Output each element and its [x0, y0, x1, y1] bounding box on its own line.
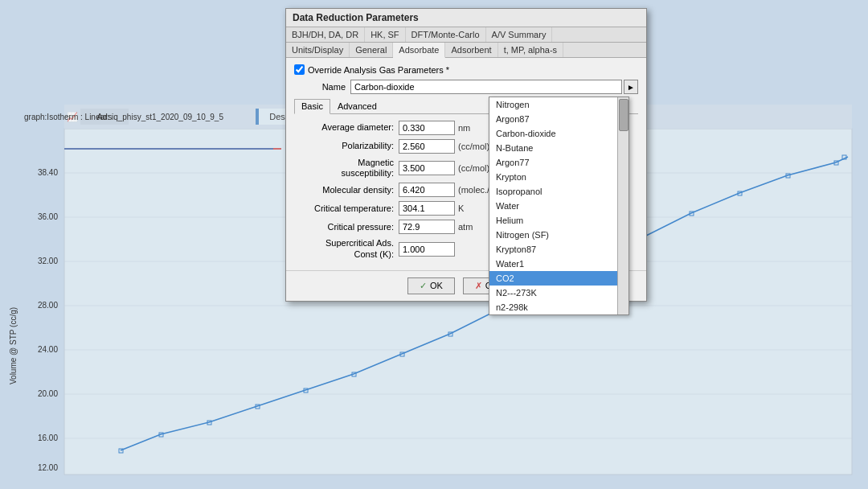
dropdown-item-argon77[interactable]: Argon77 [489, 155, 628, 170]
dropdown-item-helium[interactable]: Helium [489, 213, 628, 228]
svg-text:Volume @ STP (cc/g): Volume @ STP (cc/g) [9, 307, 18, 384]
param-unit-critpres: atm [458, 222, 473, 232]
scrollbar-thumb [619, 99, 628, 131]
dropdown-item-n2298k[interactable]: n2-298k [489, 300, 628, 314]
override-label: Override Analysis Gas Parameters * [308, 65, 449, 75]
dropdown-item-nitrogensf[interactable]: Nitrogen (SF) [489, 228, 628, 242]
tab-dft[interactable]: DFT/Monte-Carlo [406, 27, 486, 42]
tab-units[interactable]: Units/Display [286, 43, 350, 57]
name-label: Name [294, 82, 350, 92]
dialog-title: Data Reduction Parameters [293, 12, 419, 23]
dropdown-item-n2273k[interactable]: N2---273K [489, 286, 628, 300]
param-input-crittemp[interactable] [399, 201, 455, 216]
name-row: Name ► [294, 80, 638, 94]
dialog-tabs-row2: Units/Display General Adsorbate Adsorben… [286, 43, 646, 58]
dialog-tabs-row1: BJH/DH, DA, DR HK, SF DFT/Monte-Carlo A/… [286, 27, 646, 43]
override-checkbox[interactable] [294, 64, 305, 75]
param-label-magsus: Magneticsusceptibility: [294, 158, 399, 179]
override-row: Override Analysis Gas Parameters * [294, 64, 638, 75]
param-unit-avgdiam: nm [458, 123, 470, 133]
ok-icon: ✓ [420, 281, 427, 291]
tab-bjh[interactable]: BJH/DH, DA, DR [286, 27, 365, 42]
svg-rect-43 [256, 109, 259, 125]
param-unit-crittemp: K [458, 203, 464, 213]
ok-label: OK [430, 281, 443, 290]
dropdown-item-nbutane[interactable]: N-Butane [489, 141, 628, 155]
svg-text:20.00: 20.00 [38, 389, 58, 398]
subtab-advanced[interactable]: Advanced [330, 99, 384, 113]
dropdown-item-krypton87[interactable]: Krypton87 [489, 242, 628, 257]
svg-text:12.00: 12.00 [38, 463, 58, 472]
tab-tmp[interactable]: t, MP, alpha-s [498, 43, 563, 57]
svg-text:38.40: 38.40 [38, 168, 58, 177]
svg-text:32.00: 32.00 [38, 257, 58, 265]
param-label-polar: Polarizability: [294, 141, 399, 151]
dropdown-item-krypton[interactable]: Krypton [489, 170, 628, 184]
dropdown-item-carbondio[interactable]: Carbon-dioxide [489, 126, 628, 141]
dropdown-item-nitrogen[interactable]: Nitrogen [489, 97, 628, 112]
dropdown-item-isopropanol[interactable]: Isopropanol [489, 184, 628, 199]
param-input-moldensity[interactable] [399, 183, 455, 197]
dialog-titlebar: Data Reduction Parameters [286, 9, 646, 27]
svg-text:Des: Des [269, 112, 285, 121]
svg-text:graph:Isotherm : Linear: iq_ph: graph:Isotherm : Linear: iq_phisy_st1_20… [24, 113, 223, 121]
param-label-crittemp: Critical temperature: [294, 203, 399, 214]
subtab-basic[interactable]: Basic [294, 99, 330, 114]
param-label-moldensity: Molecular density: [294, 185, 399, 195]
dropdown-item-water1[interactable]: Water1 [489, 257, 628, 271]
svg-text:28.00: 28.00 [38, 301, 58, 310]
cancel-icon: ✗ [475, 281, 482, 291]
dropdown-item-argon87[interactable]: Argon87 [489, 112, 628, 126]
svg-text:36.00: 36.00 [38, 212, 58, 221]
name-input[interactable] [350, 80, 622, 94]
ok-button[interactable]: ✓ OK [407, 277, 455, 294]
param-input-polar[interactable] [399, 139, 455, 154]
tab-hk[interactable]: HK, SF [365, 27, 405, 42]
svg-text:24.00: 24.00 [38, 345, 58, 354]
dropdown-item-co2[interactable]: CO2 [489, 271, 628, 286]
param-input-magsus[interactable] [399, 161, 455, 175]
param-label-supercrit: Supercritical Ads.Const (K): [294, 238, 399, 259]
param-label-avgdiam: Average diameter: [294, 122, 399, 133]
dropdown-scrollbar[interactable] [617, 97, 628, 314]
tab-adsorbate[interactable]: Adsorbate [393, 43, 445, 58]
name-arrow-button[interactable]: ► [624, 80, 638, 94]
dropdown-item-water[interactable]: Water [489, 199, 628, 213]
param-label-critpres: Critical pressure: [294, 222, 399, 232]
tab-general[interactable]: General [350, 43, 393, 57]
gas-dropdown: Nitrogen Argon87 Carbon-dioxide N-Butane… [489, 97, 629, 315]
param-input-avgdiam[interactable] [399, 121, 455, 135]
param-input-critpres[interactable] [399, 220, 455, 234]
tab-av[interactable]: A/V Summary [486, 27, 553, 42]
param-input-supercrit[interactable] [399, 242, 455, 257]
svg-text:16.00: 16.00 [38, 434, 58, 442]
tab-adsorbent[interactable]: Adsorbent [445, 43, 497, 57]
